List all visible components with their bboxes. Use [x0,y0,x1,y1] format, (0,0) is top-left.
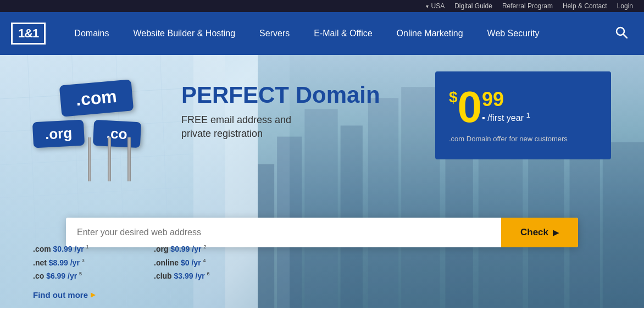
help-contact-link[interactable]: Help & Contact [563,2,607,10]
price-display: $ 0 99 ▪ /first year 1 [449,85,597,129]
nav-servers[interactable]: Servers [247,12,302,55]
price-row-org: .org $0.99 /yr 2 [154,244,275,253]
price-row-co: .co $6.99 /yr 5 [33,271,154,280]
logo[interactable]: 1&1 [11,23,46,45]
domain-search-input[interactable] [66,218,501,247]
region-label: USA [431,2,445,10]
badge-org: .org [32,120,85,148]
price-row-online: .online $0 /yr 4 [154,258,275,267]
nav-website-builder[interactable]: Website Builder & Hosting [121,12,248,55]
price-box: $ 0 99 ▪ /first year 1 .com Domain offer… [435,71,611,159]
region-selector[interactable]: USA [426,2,445,10]
hero-title: PERFECT Domain [181,82,419,108]
price-dollar: $ [449,90,458,105]
search-bar: Check ▶ [66,218,578,247]
find-out-more[interactable]: Find out more [33,290,95,300]
price-period: ▪ /first year 1 [482,112,530,123]
domain-badges: .com .org .co [33,82,170,181]
price-cents: 99 [482,90,530,109]
svg-line-1 [623,34,627,38]
nav-online-marketing[interactable]: Online Marketing [385,12,475,55]
check-arrow-icon: ▶ [553,228,559,237]
search-icon[interactable] [610,26,633,41]
domain-prices-grid: .com $0.99 /yr 1 .org $0.99 /yr 2 .net $… [33,244,275,280]
hero-subtitle: FREE email address and private registrat… [181,113,419,141]
price-row-net: .net $8.99 /yr 3 [33,258,154,267]
nav-domains[interactable]: Domains [62,12,121,55]
login-link[interactable]: Login [617,2,633,10]
search-button[interactable]: Check ▶ [501,218,578,247]
hero-text: PERFECT Domain FREE email address and pr… [170,77,435,141]
hero-section: .com .org .co PERFECT Domain FREE email … [0,55,644,308]
nav-email-office[interactable]: E-Mail & Office [302,12,384,55]
price-integer: 0 [458,85,482,129]
price-note: .com Domain offer for new customers [449,135,597,143]
top-bar: USA Digital Guide Referral Program Help … [0,0,644,12]
nav-web-security[interactable]: Web Security [475,12,552,55]
digital-guide-link[interactable]: Digital Guide [454,2,492,10]
price-row-club: .club $3.99 /yr 6 [154,271,275,280]
svg-line-16 [0,187,193,198]
nav-links: Domains Website Builder & Hosting Server… [62,12,610,55]
referral-program-link[interactable]: Referral Program [502,2,553,10]
price-row-com: .com $0.99 /yr 1 [33,244,154,253]
badge-com: .com [59,79,134,117]
find-out-more-link[interactable]: Find out more [33,290,95,300]
search-section: Check ▶ [66,218,578,247]
navbar: 1&1 Domains Website Builder & Hosting Se… [0,12,644,55]
